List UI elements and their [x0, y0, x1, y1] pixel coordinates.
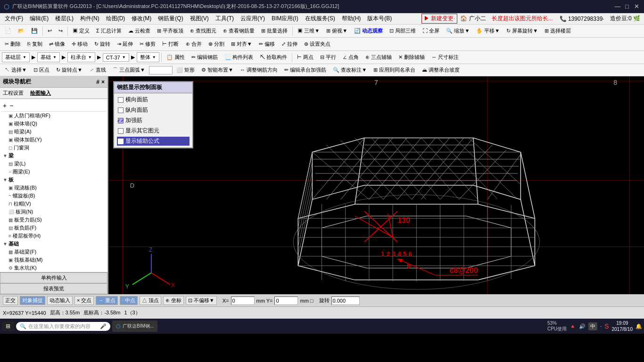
aux-formula-checkbox[interactable] — [118, 139, 124, 144]
close-button[interactable]: ✕ — [633, 3, 640, 10]
line-btn[interactable]: ⟋ 直线 — [86, 65, 109, 75]
status-vertex[interactable]: △ 顶点 — [140, 296, 161, 305]
two-point-btn[interactable]: ⊢ 两点 — [294, 52, 316, 62]
rect-btn[interactable]: ⬜ 矩形 — [173, 65, 198, 75]
base-selector[interactable]: 基础 — [37, 52, 60, 62]
tree-item-antidoor[interactable]: ▣人防门框墙(RF) — [1, 112, 107, 120]
mirror-btn[interactable]: ⇌ 镜像 — [46, 39, 68, 49]
tree-item-masonry[interactable]: ▣砌体墙(Q) — [1, 120, 107, 128]
tree-item-sump[interactable]: ⚙集水坑(K) — [1, 264, 107, 272]
smart-layout-btn[interactable]: ⚙ 智能布置▼ — [198, 65, 236, 75]
tree-item-slab-neg[interactable]: ▤板负筋(F) — [1, 224, 107, 232]
menu-version[interactable]: 版本号(B) — [364, 14, 395, 24]
tree-item-slab-hole[interactable]: ⬜板洞(N) — [1, 208, 107, 216]
status-no-offset[interactable]: ⊡ 不偏移▼ — [186, 296, 217, 305]
copy-btn[interactable]: ⎘ 复制 — [25, 39, 45, 49]
nav-down-btn[interactable]: − — [8, 101, 14, 110]
arc-btn[interactable]: ⌒ 三点圆弧▼ — [110, 65, 148, 75]
menu-modify[interactable]: 修改(M) — [129, 14, 154, 24]
sidebar-pin[interactable]: # — [96, 79, 99, 85]
taskbar-app-ggj[interactable]: ⬡ 广联达BIM钢... — [112, 321, 157, 332]
rotate-btn2[interactable]: ↻ 旋转 — [91, 39, 113, 49]
point-angle-btn[interactable]: ∠ 点角 — [340, 52, 362, 62]
align-btn[interactable]: ⊞ 对齐▼ — [228, 39, 255, 49]
apply-same-cap-btn[interactable]: ⊞ 应用到同名承台 — [371, 65, 418, 75]
menu-edit[interactable]: 编辑(E) — [27, 14, 51, 24]
popup-item-vert[interactable]: 纵向面筋 — [117, 106, 190, 115]
vert-checkbox[interactable] — [118, 107, 124, 113]
floor-selector[interactable]: 基础层 — [2, 52, 30, 62]
view-qty-btn[interactable]: ⊕ 查看钢筋量 — [220, 26, 257, 36]
trim-btn[interactable]: ✂ 修剪 — [137, 39, 158, 49]
tree-parent-slab[interactable]: ▼板 — [1, 176, 107, 184]
tree-item-found-beam[interactable]: ▦基础梁(F) — [1, 248, 107, 256]
top-view-btn[interactable]: ⊞ 俯视▼ — [323, 26, 350, 36]
menu-file[interactable]: 文件(F) — [2, 14, 26, 24]
dimension-btn[interactable]: ↔ 尺寸标注 — [429, 52, 462, 62]
undo-btn[interactable]: ↩ — [45, 26, 55, 35]
select-btn[interactable]: ↖ 选择▼ — [2, 65, 30, 75]
nav-up-btn[interactable]: + — [2, 101, 8, 110]
batch-select-btn[interactable]: ⊞ 批量选择 — [258, 26, 290, 36]
status-snap[interactable]: 对象捕捉 — [20, 296, 45, 305]
status-endpoint[interactable]: → 重点 — [96, 296, 117, 305]
status-midpoint[interactable]: · 中点 — [120, 296, 138, 305]
menu-tools[interactable]: 工具(T) — [213, 14, 237, 24]
tree-item-slab-rebar[interactable]: ▦板受力筋(S) — [1, 216, 107, 224]
menu-help[interactable]: 帮助(H) — [339, 14, 364, 24]
taskbar-search-box[interactable]: 🔍 在这里输入你要搜索的内容 🎤 — [16, 322, 110, 331]
popup-item-other-elem[interactable]: 显示其它图元 — [117, 126, 190, 135]
3d-btn[interactable]: ▣ 三维▼ — [295, 26, 322, 36]
tree-item-floor-band[interactable]: ≡楼层板带(H) — [1, 232, 107, 240]
tree-item-raft[interactable]: ▣筏板基础(M) — [1, 256, 107, 264]
tree-parent-beam[interactable]: ▼梁 — [1, 152, 107, 160]
sidebar-close[interactable]: × — [101, 79, 105, 85]
new-btn[interactable]: 📄 — [2, 26, 14, 35]
open-btn[interactable]: 📂 — [15, 26, 27, 35]
popup-item-horiz[interactable]: 横向面筋 — [117, 95, 190, 104]
status-coord[interactable]: ⊕ 坐标 — [163, 296, 184, 305]
delete-btn[interactable]: ✂ 删除 — [2, 39, 24, 49]
status-orthogonal[interactable]: 正交 — [3, 296, 18, 305]
ct-selector[interactable]: CT-37 — [103, 53, 129, 62]
x-input[interactable] — [231, 296, 255, 305]
popup-item-reinforce[interactable]: ✓ 加强筋 — [117, 116, 190, 125]
single-component-btn[interactable]: 单构件输入 — [0, 272, 107, 283]
tree-item-column-cap[interactable]: ⊓柱帽(V) — [1, 200, 107, 208]
tree-item-ring-beam[interactable]: ○圈梁(E) — [1, 168, 107, 176]
break-btn[interactable]: ⊢ 打断 — [159, 39, 182, 49]
tree-parent-foundation[interactable]: ▼基础 — [1, 240, 107, 248]
status-dynamic-input[interactable]: 动态输入 — [47, 296, 73, 305]
move-btn[interactable]: ✛ 移动 — [69, 39, 91, 49]
mic-icon[interactable]: 🎤 — [100, 323, 107, 329]
parallel-btn[interactable]: ⊟ 平行 — [317, 52, 339, 62]
horiz-checkbox[interactable] — [118, 97, 124, 103]
start-button[interactable]: ⊞ — [2, 321, 14, 331]
save-btn[interactable]: 💾 — [28, 26, 41, 35]
screen-rotate-btn[interactable]: ↻ 屏幕旋转▼ — [504, 26, 541, 36]
menu-bim[interactable]: BIM应用(I) — [269, 14, 301, 24]
reinforce-checkbox[interactable]: ✓ — [118, 118, 124, 123]
canvas-area[interactable]: 钢筋显示控制面板 横向面筋 纵向面筋 ✓ 加强筋 显示其它图元 — [108, 76, 644, 294]
tree-item-masonry-rebar[interactable]: ▣砌体加筋(Y) — [1, 136, 107, 144]
cap-selector[interactable]: 柱承台 — [67, 52, 95, 62]
edit-rebar-btn[interactable]: ✏ 编辑钢筋 — [189, 52, 221, 62]
edit-btn[interactable]: ✏ 偏移 — [256, 39, 278, 49]
menu-floor[interactable]: 楼层(L) — [52, 14, 76, 24]
menu-component[interactable]: 构件(N) — [77, 14, 102, 24]
tree-item-beam[interactable]: ▤梁(L) — [1, 160, 107, 168]
define-btn[interactable]: ▣ 定义 — [70, 26, 92, 36]
property-btn[interactable]: 📋 属性 — [164, 52, 188, 62]
flatten-btn[interactable]: ⊞ 平齐板顶 — [154, 26, 186, 36]
tree-item-spiral-slab[interactable]: ~螺旋板(B) — [1, 192, 107, 200]
local-3d-btn[interactable]: ⊡ 局部三维 — [387, 26, 419, 36]
sigma-btn[interactable]: Σ 汇总计算 — [93, 26, 124, 36]
menu-draw[interactable]: 绘图(D) — [103, 14, 128, 24]
redo-btn[interactable]: ↪ — [56, 26, 66, 35]
draw-input[interactable] — [149, 66, 173, 74]
title-controls[interactable]: — □ ✕ — [614, 3, 640, 10]
tree-item-hidden-beam[interactable]: ▤暗梁(A) — [1, 128, 107, 136]
menu-cloud[interactable]: 云应用(Y) — [238, 14, 268, 24]
three-point-axis-btn[interactable]: ⊕ 三点辅轴 — [363, 52, 395, 62]
nav-engineering[interactable]: 工程设置 — [1, 89, 25, 98]
